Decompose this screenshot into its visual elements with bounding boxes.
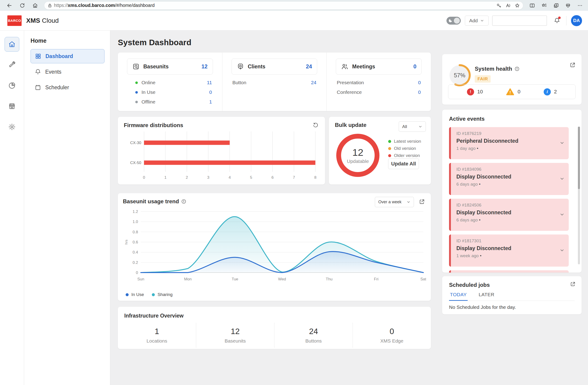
external-link-icon[interactable] [570, 281, 576, 287]
clients-header[interactable]: Clients 24 [231, 58, 317, 75]
infra-baseunits: 12 Baseunits [196, 323, 274, 348]
rail-settings-button[interactable] [5, 119, 19, 134]
sidebar-section-title: Home [31, 38, 105, 44]
rail-insights-button[interactable] [5, 78, 19, 93]
system-health-card: 57% System health FAIR ! [442, 54, 582, 105]
app-title: XMS Cloud [26, 17, 59, 24]
health-alerts-box: ! 10 0 i 2 [448, 84, 576, 99]
collections-icon[interactable] [552, 2, 560, 9]
svg-text:0: 0 [136, 270, 138, 275]
chevron-down-icon[interactable] [560, 212, 565, 217]
event-card[interactable]: ID #1824506 Display Disconnected 6 days … [449, 199, 569, 231]
svg-text:0.8: 0.8 [132, 230, 138, 234]
browser-menu-icon[interactable] [576, 2, 584, 9]
address-bar[interactable]: https://xms.cloud.barco.com/#/home/dashb… [44, 1, 523, 10]
meetings-presentation-row: Presentation 0 [337, 78, 421, 87]
chevron-down-icon[interactable] [560, 176, 565, 181]
chevron-down-icon[interactable] [560, 248, 565, 253]
calendar-icon [35, 84, 41, 91]
external-link-icon[interactable] [569, 62, 576, 68]
tab-later[interactable]: LATER [478, 292, 495, 301]
svg-text:6: 6 [272, 175, 273, 180]
user-avatar[interactable]: DA [571, 15, 582, 26]
infra-buttons: 24 Buttons [274, 323, 353, 348]
health-title: System health [475, 66, 520, 72]
svg-text:CX-50: CX-50 [130, 161, 141, 165]
warning-alerts: 0 [506, 88, 520, 96]
bell-icon [35, 69, 41, 75]
event-card-partial[interactable] [449, 270, 569, 272]
events-scrollbar-thumb[interactable] [578, 127, 580, 189]
info-icon[interactable] [514, 66, 520, 71]
event-card[interactable]: ID #1834096 Display Disconnected 6 days … [449, 163, 569, 195]
browser-essentials-icon[interactable] [564, 2, 572, 9]
bulk-update-card: Bulk update All 12 Updatable L [329, 117, 431, 184]
event-card[interactable]: ID #1876219 Peripheral Disconnected 1 da… [449, 127, 569, 159]
notifications-button[interactable] [552, 16, 562, 25]
add-button[interactable]: Add [465, 16, 488, 26]
external-link-icon[interactable] [419, 199, 425, 205]
svg-text:1.2: 1.2 [132, 210, 138, 214]
client-button-icon [237, 63, 244, 70]
moon-icon [448, 18, 453, 23]
usage-range-select[interactable]: Over a week [375, 197, 414, 207]
health-status-badge: FAIR [475, 75, 491, 83]
baseunits-header[interactable]: Baseunits 12 [127, 58, 213, 75]
svg-text:0.4: 0.4 [132, 250, 138, 254]
svg-text:Wed: Wed [278, 277, 286, 281]
sidebar-item-scheduler[interactable]: Scheduler [31, 80, 105, 95]
home-icon [8, 41, 16, 48]
dark-mode-toggle[interactable] [446, 17, 461, 24]
legend-dot [126, 293, 129, 296]
favorite-star-icon[interactable] [515, 3, 520, 8]
status-dot-offline [135, 101, 138, 103]
infra-locations: 1 Locations [118, 323, 196, 348]
jobs-empty-text: No Scheduled Jobs for the day. [449, 305, 575, 310]
rail-maintenance-button[interactable] [5, 58, 19, 72]
tab-today[interactable]: TODAY [449, 292, 468, 301]
brand: BARCO XMS Cloud [7, 15, 59, 26]
critical-alerts: ! 10 [467, 88, 483, 96]
sidebar-item-dashboard[interactable]: Dashboard [31, 49, 105, 63]
browser-back-button[interactable] [5, 2, 13, 9]
svg-text:4: 4 [229, 175, 231, 180]
svg-text:2: 2 [186, 175, 188, 180]
sidebar-item-label: Scheduler [45, 84, 69, 91]
bulk-filter-select[interactable]: All [399, 121, 426, 132]
update-all-button[interactable]: Update All [388, 158, 419, 169]
chevron-down-icon [480, 19, 484, 23]
event-card[interactable]: ID #1817301 Display Disconnected 1 week … [449, 234, 569, 267]
barco-logo: BARCO [7, 15, 21, 26]
browser-refresh-button[interactable] [18, 2, 26, 9]
svg-text:Thu: Thu [326, 277, 332, 281]
favorites-icon[interactable] [540, 2, 548, 9]
meetings-conference-row: Conference 0 [337, 87, 421, 97]
read-aloud-icon[interactable] [505, 3, 511, 8]
legend-dot [152, 293, 155, 296]
browser-home-button[interactable] [31, 2, 39, 9]
header-search-input[interactable] [492, 16, 547, 26]
events-scrollbar[interactable] [578, 127, 580, 264]
bulk-update-title: Bulk update [335, 122, 366, 128]
split-screen-icon[interactable] [528, 2, 536, 9]
chevron-down-icon[interactable] [560, 140, 565, 145]
firmware-distributions-card: Firmware distributions 012345678CX-30CX-… [118, 117, 325, 184]
rail-home-button[interactable] [5, 37, 19, 52]
meetings-header[interactable]: Meetings 0 [336, 58, 422, 75]
app-header: BARCO XMS Cloud Add DA [0, 11, 588, 31]
rail-marketplace-button[interactable] [5, 99, 19, 114]
updatable-label: Updatable [347, 158, 369, 164]
lock-icon[interactable] [47, 3, 52, 8]
notification-dot [558, 17, 561, 19]
meetings-count: 0 [413, 63, 417, 70]
infra-xms-edge: 0 XMS Edge [353, 323, 431, 348]
sidebar-item-events[interactable]: Events [31, 65, 105, 79]
svg-text:0.2: 0.2 [132, 260, 138, 265]
baseunits-offline-row: Offline 1 [135, 97, 212, 107]
usage-title: Baseunit usage trend [123, 198, 179, 205]
reset-icon[interactable] [312, 122, 319, 129]
password-key-icon[interactable] [496, 3, 502, 8]
info-icon[interactable] [181, 199, 186, 204]
dashboard-grid-icon [35, 53, 41, 59]
usage-area-chart: 00.20.40.60.81.01.2hrsSunMonTueWedThuFri… [123, 209, 426, 285]
